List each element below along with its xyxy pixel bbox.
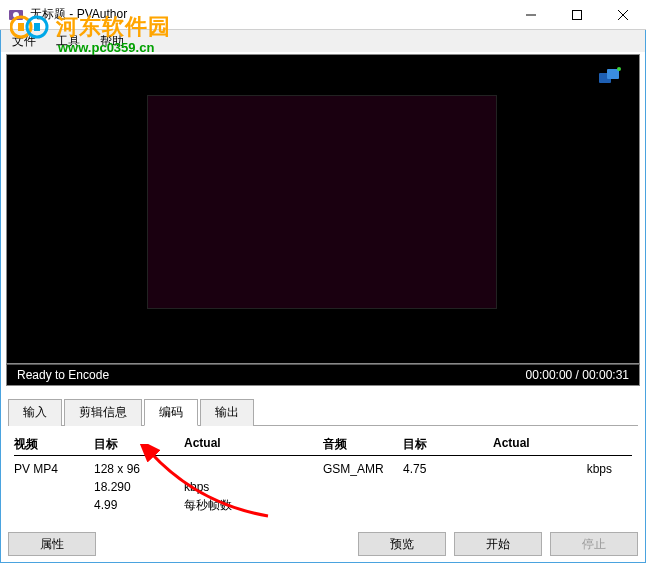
video-target-bitrate: 18.290 [94, 478, 184, 496]
menu-help[interactable]: 帮助 [96, 31, 128, 52]
menu-tools[interactable]: 工具 [52, 31, 84, 52]
window-title: 无标题 - PVAuthor [30, 6, 508, 23]
properties-button[interactable]: 属性 [8, 532, 96, 556]
activity-indicator-icon [599, 67, 621, 85]
svg-rect-7 [573, 11, 582, 20]
video-target-dimensions: 128 x 96 [94, 460, 184, 478]
svg-point-5 [13, 12, 19, 18]
audio-codec: GSM_AMR [323, 460, 403, 478]
audio-info-group: 音频 目标 Actual GSM_AMR 4.75 kbps [323, 436, 632, 514]
audio-target-header: 目标 [403, 436, 493, 453]
tab-output[interactable]: 输出 [200, 399, 254, 426]
encode-info-panel: 视频 目标 Actual PV MP4 128 x 96 18.290 kbps… [8, 426, 638, 522]
audio-actual-header: Actual [493, 436, 632, 453]
menu-file[interactable]: 文件 [8, 31, 40, 52]
stop-button: 停止 [550, 532, 638, 556]
close-button[interactable] [600, 0, 646, 30]
tab-clip-info[interactable]: 剪辑信息 [64, 399, 142, 426]
preview-button[interactable]: 预览 [358, 532, 446, 556]
actual-header: Actual [184, 436, 323, 453]
video-preview [147, 95, 497, 309]
button-row: 属性 预览 开始 停止 [8, 532, 638, 556]
app-icon [8, 7, 24, 23]
titlebar: 无标题 - PVAuthor [0, 0, 646, 30]
audio-header: 音频 [323, 436, 403, 453]
audio-target-bitrate: 4.75 [403, 460, 493, 478]
video-header: 视频 [14, 436, 94, 453]
tab-row: 输入 剪辑信息 编码 输出 [8, 398, 638, 426]
video-info-group: 视频 目标 Actual PV MP4 128 x 96 18.290 kbps… [14, 436, 323, 514]
video-area [6, 54, 640, 364]
menubar: 文件 工具 帮助 [0, 30, 646, 52]
svg-point-12 [617, 67, 621, 71]
kbps-label: kbps [184, 478, 323, 496]
fps-label: 每秒帧数 [184, 496, 323, 514]
svg-rect-11 [607, 69, 619, 79]
video-target-fps: 4.99 [94, 496, 184, 514]
tab-input[interactable]: 输入 [8, 399, 62, 426]
audio-kbps-label: kbps [493, 460, 632, 478]
target-header: 目标 [94, 436, 184, 453]
maximize-button[interactable] [554, 0, 600, 30]
video-codec: PV MP4 [14, 460, 94, 478]
encode-status-text: Ready to Encode [17, 368, 109, 382]
tab-encode[interactable]: 编码 [144, 399, 198, 426]
start-button[interactable]: 开始 [454, 532, 542, 556]
minimize-button[interactable] [508, 0, 554, 30]
video-status-bar: Ready to Encode 00:00:00 / 00:00:31 [6, 364, 640, 386]
time-display: 00:00:00 / 00:00:31 [526, 368, 629, 382]
